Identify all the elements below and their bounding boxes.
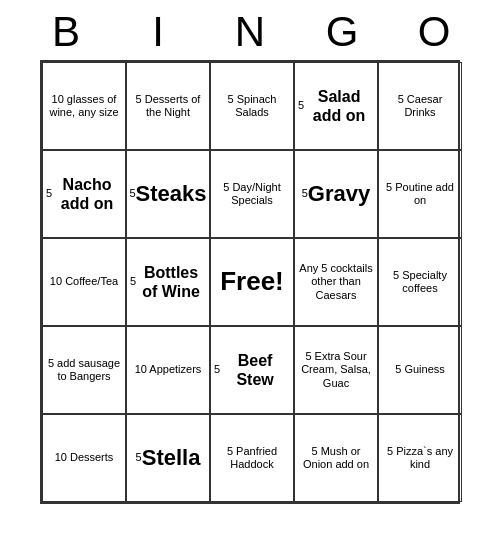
cell-r3c2: 5Beef Stew bbox=[210, 326, 294, 414]
cell-r2c0: 10 Coffee/Tea bbox=[42, 238, 126, 326]
header-i: I bbox=[116, 8, 200, 56]
cell-r4c1: 5Stella bbox=[126, 414, 210, 502]
cell-r4c2: 5 Panfried Haddock bbox=[210, 414, 294, 502]
cell-r3c1: 10 Appetizers bbox=[126, 326, 210, 414]
cell-r0c2: 5 Spinach Salads bbox=[210, 62, 294, 150]
cell-r4c4: 5 Pizza`s any kind bbox=[378, 414, 462, 502]
cell-r0c0: 10 glasses of wine, any size bbox=[42, 62, 126, 150]
cell-r1c4: 5 Poutine add on bbox=[378, 150, 462, 238]
header-g: G bbox=[300, 8, 384, 56]
cell-r0c4: 5 Caesar Drinks bbox=[378, 62, 462, 150]
cell-r2c1: 5Bottles of Wine bbox=[126, 238, 210, 326]
cell-r1c1: 5Steaks bbox=[126, 150, 210, 238]
bingo-grid: 10 glasses of wine, any size5 Desserts o… bbox=[40, 60, 460, 504]
cell-r3c0: 5 add sausage to Bangers bbox=[42, 326, 126, 414]
cell-r2c2: Free! bbox=[210, 238, 294, 326]
header-b: B bbox=[24, 8, 108, 56]
cell-r3c3: 5 Extra Sour Cream, Salsa, Guac bbox=[294, 326, 378, 414]
cell-r1c0: 5Nacho add on bbox=[42, 150, 126, 238]
cell-r2c3: Any 5 cocktails other than Caesars bbox=[294, 238, 378, 326]
cell-r1c3: 5Gravy bbox=[294, 150, 378, 238]
cell-r3c4: 5 Guiness bbox=[378, 326, 462, 414]
cell-r1c2: 5 Day/Night Specials bbox=[210, 150, 294, 238]
cell-r4c0: 10 Desserts bbox=[42, 414, 126, 502]
cell-r0c1: 5 Desserts of the Night bbox=[126, 62, 210, 150]
cell-r4c3: 5 Mush or Onion add on bbox=[294, 414, 378, 502]
header-o: O bbox=[392, 8, 476, 56]
bingo-header: B I N G O bbox=[20, 0, 480, 60]
cell-r0c3: 5Salad add on bbox=[294, 62, 378, 150]
cell-r2c4: 5 Specialty coffees bbox=[378, 238, 462, 326]
header-n: N bbox=[208, 8, 292, 56]
